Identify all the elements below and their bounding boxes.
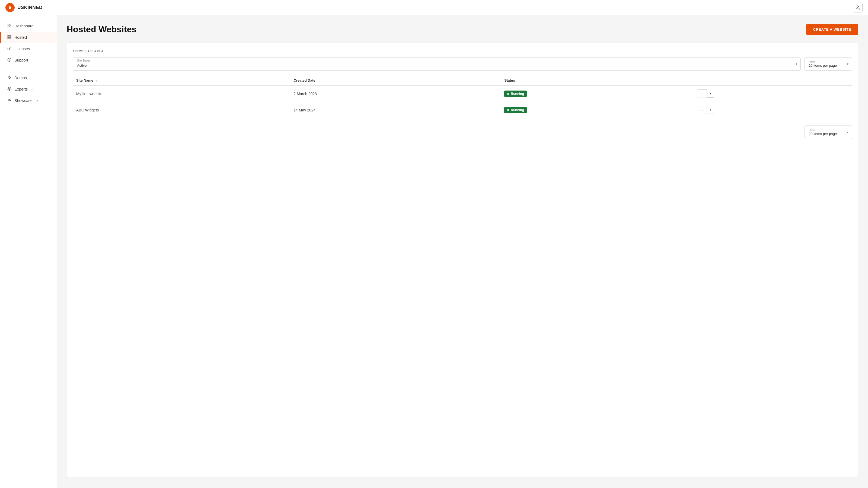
col-actions (693, 76, 852, 86)
sidebar-item-showcase[interactable]: Showcase ↗ (0, 95, 57, 106)
status-dot: ✓ (507, 93, 509, 95)
cell-created-date: 2 March 2023 (290, 86, 501, 102)
svg-point-0 (857, 6, 859, 7)
sidebar-item-label: Hosted (14, 35, 27, 40)
external-link-icon: ↗ (31, 88, 33, 91)
svg-marker-11 (8, 76, 10, 79)
cell-site-name: ABC Widgets (73, 102, 290, 118)
svg-point-12 (9, 100, 10, 101)
status-badge: ✓Running (504, 107, 527, 113)
sidebar-item-label: Showcase (14, 98, 33, 103)
sidebar-item-support[interactable]: Support (0, 55, 57, 66)
sidebar: Dashboard Hosted Licenses (0, 15, 57, 488)
grid-icon (7, 24, 12, 29)
sidebar-item-label: Support (14, 58, 28, 62)
status-text: Running (511, 108, 524, 112)
page-title: Hosted Websites (67, 24, 136, 34)
status-badge: ✓Running (504, 91, 527, 97)
app-name: USKINNED (18, 5, 42, 10)
user-button[interactable] (853, 3, 863, 12)
cell-created-date: 14 May 2024 (290, 102, 501, 118)
sidebar-divider (0, 69, 57, 69)
sidebar-item-dashboard[interactable]: Dashboard (0, 21, 57, 31)
action-dots-button[interactable]: ··· (697, 106, 707, 114)
col-status: Status (501, 76, 693, 86)
bottom-perpage-dropdown[interactable]: Show 20 items per page ▾ (805, 126, 852, 139)
chevron-down-icon: ▾ (796, 62, 797, 66)
bottom-perpage-wrap: Show 20 items per page ▾ (805, 126, 852, 139)
table-row: My first website2 March 2023✓Running ···… (73, 86, 852, 102)
topbar: 6 USKINNED (0, 0, 868, 15)
perpage-label: Show (809, 61, 842, 63)
svg-rect-1 (8, 24, 9, 25)
diamond-icon (7, 87, 12, 92)
table-header-row: Site Name ⇅ Created Date ↓ Status (73, 76, 852, 86)
sort-icon-date: ↓ (317, 79, 319, 82)
cell-site-name: My first website (73, 86, 290, 102)
user-icon (855, 5, 860, 10)
showing-text: Showing 1 to 4 of 4 (73, 49, 852, 53)
site-status-value: Active (77, 63, 87, 67)
perpage-value: 20 items per page (809, 63, 842, 67)
key-icon (7, 46, 12, 51)
col-created-date: Created Date ↓ (290, 76, 501, 86)
cell-actions: ··· ▾ (693, 86, 852, 102)
col-site-name: Site Name ⇅ (73, 76, 290, 86)
cell-status: ✓Running (501, 86, 693, 102)
filters-row: Site Status Active ▾ Show 20 items per p… (73, 57, 852, 71)
logo: 6 USKINNED (5, 3, 42, 12)
status-dot: ✓ (507, 109, 509, 111)
chevron-down-icon-bottom: ▾ (847, 130, 848, 134)
external-link-icon-showcase: ↗ (36, 99, 38, 102)
sidebar-item-label: Experts (14, 87, 28, 91)
perpage-dropdown[interactable]: Show 20 items per page ▾ (805, 57, 852, 71)
logo-icon: 6 (5, 3, 14, 12)
sidebar-item-hosted[interactable]: Hosted (0, 32, 57, 43)
action-btn-group: ··· ▾ (697, 106, 849, 114)
perpage-filter-wrap: Show 20 items per page ▾ (805, 57, 852, 71)
action-btn-group: ··· ▾ (697, 90, 849, 98)
sidebar-item-label: Demos (14, 76, 27, 80)
sidebar-item-demos[interactable]: Demos (0, 72, 57, 83)
action-chevron-button[interactable]: ▾ (707, 90, 714, 98)
create-website-button[interactable]: CREATE A WEBSITE (806, 24, 858, 35)
layout: Dashboard Hosted Licenses (0, 15, 868, 488)
bottom-perpage-row: Show 20 items per page ▾ (73, 126, 852, 139)
cell-actions: ··· ▾ (693, 102, 852, 118)
svg-rect-2 (9, 24, 10, 25)
support-icon (7, 58, 12, 63)
site-status-dropdown[interactable]: Site Status Active ▾ (73, 57, 801, 71)
bottom-perpage-label: Show (809, 129, 842, 132)
status-text: Running (511, 92, 524, 96)
cell-status: ✓Running (501, 102, 693, 118)
svg-rect-4 (9, 26, 10, 27)
action-chevron-button[interactable]: ▾ (707, 106, 714, 114)
lightning-icon (7, 75, 12, 80)
table-head: Site Name ⇅ Created Date ↓ Status (73, 76, 852, 86)
sort-icon-name: ⇅ (95, 79, 98, 82)
bottom-perpage-value: 20 items per page (809, 132, 842, 136)
sidebar-item-label: Dashboard (14, 24, 34, 28)
site-status-label: Site Status (77, 59, 90, 62)
server-icon (7, 35, 12, 40)
table-body: My first website2 March 2023✓Running ···… (73, 86, 852, 118)
sites-table: Site Name ⇅ Created Date ↓ Status (73, 76, 852, 118)
svg-rect-3 (8, 26, 9, 27)
showcase-icon (7, 98, 12, 103)
sites-card: Showing 1 to 4 of 4 Site Status Active ▾… (67, 42, 858, 477)
page-header: Hosted Websites CREATE A WEBSITE (67, 24, 858, 35)
sidebar-item-experts[interactable]: Experts ↗ (0, 84, 57, 95)
action-dots-button[interactable]: ··· (697, 90, 707, 98)
sidebar-item-licenses[interactable]: Licenses (0, 43, 57, 54)
chevron-down-icon-perpage: ▾ (847, 62, 848, 66)
sidebar-item-label: Licenses (14, 46, 30, 51)
table-row: ABC Widgets14 May 2024✓Running ··· ▾ (73, 102, 852, 118)
site-status-filter-wrap: Site Status Active ▾ (73, 57, 801, 71)
main-content: Hosted Websites CREATE A WEBSITE Showing… (57, 15, 868, 488)
